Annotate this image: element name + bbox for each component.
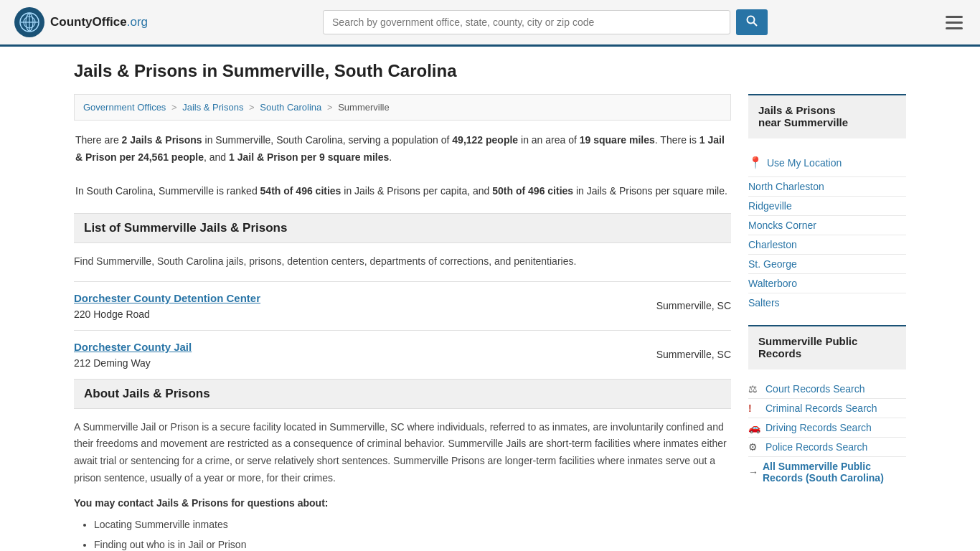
stat-population: 49,122 people [452, 134, 518, 146]
sidebar-city-item[interactable]: Ridgeville [748, 197, 906, 216]
stat-per-sqmile: 1 Jail & Prison per 9 square miles [229, 151, 389, 163]
stat-type: Jails & Prisons [130, 134, 202, 146]
search-icon [746, 15, 758, 27]
driving-records-link[interactable]: Driving Records Search [765, 422, 872, 433]
bullet-item: Locating Summerville inmates [94, 514, 731, 534]
sidebar-nearby-links: 📍 Use My Location North Charleston Ridge… [748, 149, 906, 312]
facility-row: Dorchester County Jail 212 Deming Way Su… [74, 341, 731, 369]
about-contact-label: You may contact Jails & Prisons for ques… [74, 497, 731, 509]
sidebar-records-item[interactable]: ⚙ Police Records Search [748, 438, 906, 457]
police-icon: ⚙ [748, 441, 761, 453]
use-location-link[interactable]: 📍 Use My Location [748, 152, 906, 173]
arrow-icon: → [748, 466, 758, 478]
sidebar-all-records-item[interactable]: → All Summerville Public Records (South … [748, 457, 906, 487]
location-icon: 📍 [748, 156, 763, 169]
menu-line [946, 27, 963, 29]
sidebar-nearby-section: Jails & Prisons near Summerville [748, 94, 906, 138]
city-link[interactable]: Moncks Corner [748, 220, 816, 231]
about-description: A Summerville Jail or Prison is a secure… [74, 419, 731, 487]
search-area [323, 9, 768, 35]
breadcrumb-sep: > [327, 102, 333, 113]
list-section-desc: Find Summerville, South Carolina jails, … [74, 253, 731, 269]
logo-text: CountyOffice.org [50, 15, 148, 29]
police-records-link[interactable]: Police Records Search [765, 441, 867, 453]
criminal-records-link[interactable]: Criminal Records Search [765, 402, 877, 414]
facility-name[interactable]: Dorchester County Detention Center [74, 292, 260, 304]
city-link[interactable]: North Charleston [748, 181, 824, 192]
breadcrumb-state[interactable]: South Carolina [260, 102, 321, 113]
logo-icon [14, 7, 44, 37]
sidebar-records-links: ⚖ Court Records Search ! Criminal Record… [748, 380, 906, 487]
facility-address: 212 Deming Way [74, 357, 192, 369]
list-section-title: List of Summerville Jails & Prisons [84, 221, 721, 235]
city-link[interactable]: Salters [748, 297, 780, 309]
sidebar-city-item[interactable]: Moncks Corner [748, 216, 906, 235]
sidebar: Jails & Prisons near Summerville 📍 Use M… [748, 94, 906, 551]
stat-area: 19 square miles [580, 134, 655, 146]
breadcrumb-sep: > [249, 102, 255, 113]
use-location-label: Use My Location [767, 157, 842, 169]
driving-icon: 🚗 [748, 422, 761, 433]
search-button[interactable] [736, 9, 768, 35]
bullet-item: Finding out who is in Jail or Prison [94, 534, 731, 551]
breadcrumb-jails[interactable]: Jails & Prisons [182, 102, 243, 113]
stat-city: Summerville, South Carolina [215, 134, 342, 146]
facility-city: Summerville, SC [656, 349, 731, 360]
sidebar-records-title: Summerville Public Records [758, 335, 896, 359]
sidebar-nearby-title: Jails & Prisons near Summerville [758, 104, 896, 128]
breadcrumb: Government Offices > Jails & Prisons > S… [74, 94, 731, 121]
main-content: Government Offices > Jails & Prisons > S… [74, 94, 731, 551]
about-section-header: About Jails & Prisons [74, 379, 731, 409]
sidebar-city-item[interactable]: Charleston [748, 235, 906, 255]
sidebar-city-item[interactable]: Walterboro [748, 274, 906, 293]
facility-details: Dorchester County Detention Center 220 H… [74, 292, 260, 320]
sidebar-city-item[interactable]: St. George [748, 255, 906, 274]
logo-area: CountyOffice.org [14, 7, 148, 37]
facility-item: Dorchester County Jail 212 Deming Way Su… [74, 330, 731, 379]
search-input[interactable] [323, 10, 730, 34]
court-records-link[interactable]: Court Records Search [765, 383, 865, 395]
stat-rank-capita: 54th of 496 cities [260, 185, 341, 197]
menu-line [946, 16, 963, 18]
sidebar-city-item[interactable]: Salters [748, 293, 906, 312]
breadcrumb-current: Summerville [338, 102, 390, 113]
sidebar-records-item[interactable]: ⚖ Court Records Search [748, 380, 906, 399]
site-header: CountyOffice.org [0, 0, 980, 47]
stats-block: There are 2 Jails & Prisons in Summervil… [74, 132, 731, 200]
page-wrapper: Jails & Prisons in Summerville, South Ca… [60, 47, 920, 551]
about-section-title: About Jails & Prisons [84, 387, 721, 401]
page-title: Jails & Prisons in Summerville, South Ca… [74, 61, 906, 81]
sidebar-use-location[interactable]: 📍 Use My Location [748, 149, 906, 177]
facility-details: Dorchester County Jail 212 Deming Way [74, 341, 192, 369]
facility-item: Dorchester County Detention Center 220 H… [74, 281, 731, 330]
facility-name[interactable]: Dorchester County Jail [74, 341, 192, 353]
sidebar-records-section: Summerville Public Records [748, 325, 906, 369]
criminal-icon: ! [748, 402, 761, 414]
about-bullet-list: Locating Summerville inmates Finding out… [74, 514, 731, 551]
list-section-header: List of Summerville Jails & Prisons [74, 213, 731, 243]
menu-line [946, 22, 963, 24]
stat-rank-sqmile: 50th of 496 cities [492, 185, 573, 197]
stat-count: 2 [122, 134, 128, 146]
svg-line-6 [754, 23, 758, 27]
city-link[interactable]: Charleston [748, 239, 797, 250]
facility-address: 220 Hodge Road [74, 309, 260, 320]
all-records-link[interactable]: All Summerville Public Records (South Ca… [763, 461, 906, 484]
facility-city: Summerville, SC [656, 300, 731, 311]
sidebar-records-item[interactable]: 🚗 Driving Records Search [748, 418, 906, 438]
sidebar-records-item[interactable]: ! Criminal Records Search [748, 399, 906, 418]
svg-point-5 [748, 17, 755, 24]
city-link[interactable]: Walterboro [748, 278, 797, 289]
breadcrumb-gov-offices[interactable]: Government Offices [83, 102, 166, 113]
content-layout: Government Offices > Jails & Prisons > S… [74, 94, 906, 551]
court-icon: ⚖ [748, 383, 761, 395]
hamburger-menu-button[interactable] [943, 13, 966, 32]
city-link[interactable]: Ridgeville [748, 200, 792, 212]
sidebar-city-item[interactable]: North Charleston [748, 177, 906, 197]
city-link[interactable]: St. George [748, 258, 797, 270]
facility-row: Dorchester County Detention Center 220 H… [74, 292, 731, 320]
breadcrumb-sep: > [171, 102, 177, 113]
